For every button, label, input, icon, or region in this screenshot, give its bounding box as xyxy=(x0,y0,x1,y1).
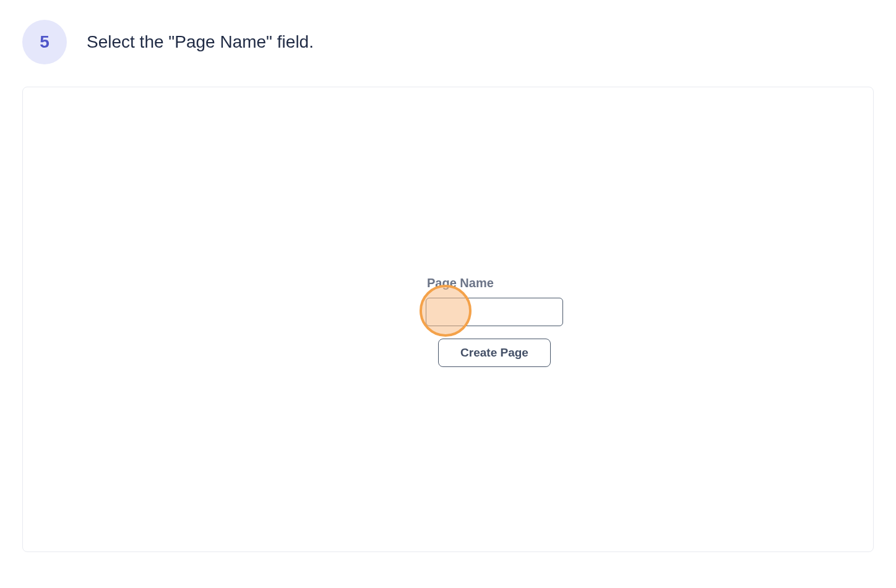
step-header: 5 Select the "Page Name" field. xyxy=(0,0,896,77)
step-title: Select the "Page Name" field. xyxy=(87,31,314,53)
screenshot-frame: Page Name Create Page xyxy=(22,87,874,552)
page-name-input[interactable] xyxy=(426,298,563,326)
step-number-badge: 5 xyxy=(22,20,67,64)
create-page-button[interactable]: Create Page xyxy=(438,339,551,367)
step-card: 5 Select the "Page Name" field. Page Nam… xyxy=(0,0,896,574)
page-name-label: Page Name xyxy=(427,276,494,290)
page-form: Page Name Create Page xyxy=(426,276,563,367)
step-number: 5 xyxy=(40,32,50,52)
